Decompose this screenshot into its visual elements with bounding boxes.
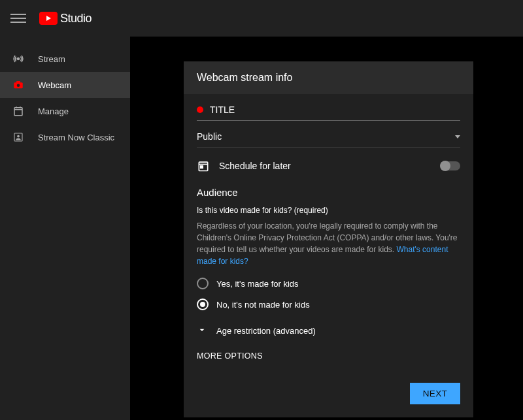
schedule-row: Schedule for later [197, 159, 460, 172]
person-icon [12, 131, 25, 144]
sidebar: Stream Webcam Manage Stream Now Classic [0, 37, 130, 420]
stream-title-input[interactable] [210, 105, 460, 115]
age-restriction-expand[interactable]: Age restriction (advanced) [197, 325, 460, 337]
svg-rect-12 [201, 166, 203, 168]
chevron-down-icon [197, 325, 207, 337]
radio-yes-kids[interactable]: Yes, it's made for kids [197, 278, 460, 289]
age-restriction-label: Age restriction (advanced) [216, 326, 316, 336]
schedule-toggle[interactable] [441, 161, 460, 170]
camera-icon [12, 78, 25, 91]
calendar-icon [12, 105, 25, 118]
sidebar-item-label: Webcam [38, 80, 71, 90]
svg-point-2 [17, 84, 20, 88]
svg-point-9 [17, 135, 20, 138]
dialog-title: Webcam stream info [184, 61, 473, 94]
svg-rect-4 [14, 108, 22, 116]
sidebar-item-stream[interactable]: Stream [0, 46, 130, 72]
sidebar-item-stream-now-classic[interactable]: Stream Now Classic [0, 124, 130, 150]
chevron-down-icon [455, 135, 460, 138]
svg-point-0 [18, 58, 20, 60]
next-button[interactable]: NEXT [410, 383, 460, 404]
app-header: Studio [0, 0, 523, 37]
sidebar-item-label: Stream [38, 54, 65, 64]
sidebar-item-label: Manage [38, 106, 69, 116]
webcam-stream-info-dialog: Webcam stream info Public Schedule for l… [184, 61, 473, 417]
svg-rect-3 [16, 81, 20, 83]
live-dot-icon [197, 106, 203, 113]
youtube-studio-logo[interactable]: Studio [39, 12, 92, 25]
main-area: Webcam stream info Public Schedule for l… [130, 37, 523, 420]
audience-heading: Audience [197, 187, 460, 198]
calendar-event-icon [197, 159, 210, 172]
youtube-play-icon [39, 12, 58, 25]
title-field-row [197, 105, 460, 121]
coppa-description: Regardless of your location, you're lega… [197, 220, 460, 267]
radio-label: No, it's not made for kids [216, 300, 310, 310]
broadcast-icon [12, 52, 25, 65]
dialog-footer: NEXT [184, 374, 473, 417]
brand-text: Studio [60, 12, 92, 25]
menu-icon[interactable] [10, 10, 26, 26]
radio-icon [197, 278, 209, 289]
sidebar-item-manage[interactable]: Manage [0, 98, 130, 124]
schedule-label: Schedule for later [219, 161, 291, 171]
radio-label: Yes, it's made for kids [216, 279, 299, 289]
more-options-button[interactable]: MORE OPTIONS [197, 351, 460, 361]
radio-checked-icon [197, 299, 209, 310]
privacy-value: Public [197, 131, 222, 142]
radio-not-kids[interactable]: No, it's not made for kids [197, 299, 460, 310]
kids-question: Is this video made for kids? (required) [197, 206, 460, 215]
privacy-dropdown[interactable]: Public [197, 131, 460, 148]
sidebar-item-label: Stream Now Classic [38, 133, 114, 142]
sidebar-item-webcam[interactable]: Webcam [0, 72, 130, 98]
